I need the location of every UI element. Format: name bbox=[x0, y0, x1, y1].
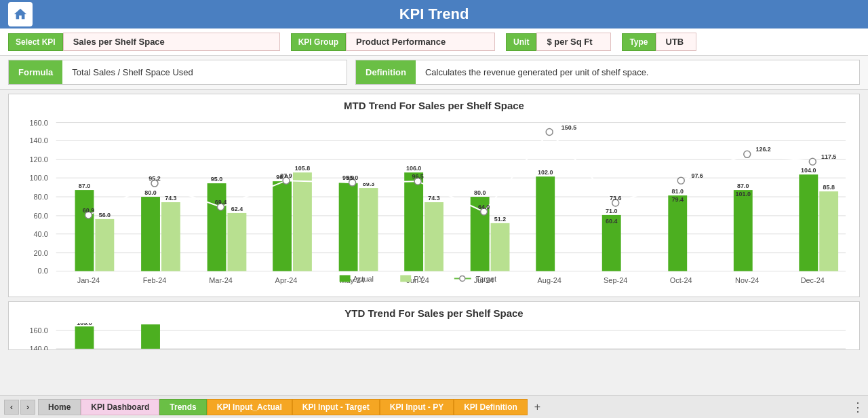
target-dot-dec bbox=[809, 158, 816, 165]
target-dot-aug bbox=[546, 129, 553, 136]
label-py-jan: 56.0 bbox=[99, 212, 111, 218]
label-py-feb: 74.3 bbox=[165, 195, 176, 202]
target-line bbox=[88, 132, 812, 215]
bar-actual-nov bbox=[734, 190, 753, 271]
target-label-feb: 95.2 bbox=[149, 175, 160, 182]
legend-py-text: PY bbox=[414, 275, 424, 283]
bottom-tabs: ‹ › Home KPI Dashboard Trends KPI Input_… bbox=[0, 395, 868, 418]
x-label-feb: Feb-24 bbox=[143, 276, 167, 284]
ytd-chart-container: YTD Trend For Sales per Shelf Space 140.… bbox=[8, 301, 860, 350]
bar-actual-apr bbox=[273, 181, 292, 271]
type-value[interactable]: UTB bbox=[656, 33, 696, 51]
target-label-apr: 97.9 bbox=[280, 172, 292, 179]
unit-value[interactable]: $ per Sq Ft bbox=[536, 33, 611, 51]
label-actual-jan: 87.0 bbox=[79, 183, 90, 189]
ytd-label-jul: 127.3 bbox=[476, 323, 491, 324]
select-kpi-value[interactable]: Sales per Shelf Space bbox=[63, 33, 280, 51]
y-label-40: 40.0 bbox=[33, 230, 47, 238]
y-label-80: 80.0 bbox=[33, 193, 47, 201]
tab-trends[interactable]: Trends bbox=[159, 399, 206, 415]
y-label-60: 60.0 bbox=[33, 212, 47, 220]
label-actual-aug: 102.0 bbox=[538, 169, 553, 176]
target-label-jul: 64.0 bbox=[478, 204, 490, 210]
ytd-y-160: 160.0 bbox=[29, 326, 47, 335]
tab-kpi-input-py[interactable]: KPI Input - PY bbox=[380, 399, 454, 415]
bar-py-dec bbox=[819, 191, 838, 271]
tab-kpi-input-target[interactable]: KPI Input - Target bbox=[292, 399, 380, 415]
label-actual-oct: 81.0 bbox=[672, 188, 684, 195]
home-icon bbox=[13, 7, 28, 22]
target-label-aug: 150.5 bbox=[561, 124, 576, 131]
home-button[interactable] bbox=[8, 2, 33, 26]
page-title: KPI Trend bbox=[399, 5, 469, 23]
bar-actual-feb bbox=[141, 197, 160, 271]
kpi-group-label: KPI Group bbox=[291, 33, 346, 51]
target-dot-nov bbox=[744, 151, 751, 157]
bar-actual-dec bbox=[799, 174, 818, 271]
tab-kpi-dashboard[interactable]: KPI Dashboard bbox=[81, 399, 159, 415]
bar-actual-aug bbox=[536, 176, 555, 271]
bar-actual-jan bbox=[75, 190, 94, 271]
label-actual-dec: 104.0 bbox=[801, 167, 816, 174]
kpi-group-value[interactable]: Product Performance bbox=[346, 33, 495, 51]
tab-menu-button[interactable]: ⋮ bbox=[852, 400, 864, 415]
x-label-apr: Apr-24 bbox=[275, 276, 298, 284]
label-actual-nov2: 101.0 bbox=[736, 191, 751, 197]
target-label-jun: 96.5 bbox=[412, 173, 423, 180]
kpi-selector-group: Select KPI Sales per Shelf Space bbox=[8, 33, 280, 51]
bar-actual-jun bbox=[404, 172, 423, 271]
formula-content: Total Sales / Shelf Space Used bbox=[62, 62, 203, 83]
ytd-bar-feb bbox=[141, 324, 160, 349]
ytd-y-140: 140.0 bbox=[29, 345, 47, 350]
tab-prev-button[interactable]: ‹ bbox=[4, 400, 19, 415]
mtd-chart-container: MTD Trend For Sales per Shelf Space .gri… bbox=[8, 94, 860, 297]
page-header: KPI Trend bbox=[0, 0, 868, 28]
formula-label: Formula bbox=[9, 60, 62, 84]
unit-group: Unit $ per Sq Ft bbox=[506, 33, 611, 51]
kpi-group-group: KPI Group Product Performance bbox=[291, 33, 495, 51]
y-label-0: 0.0 bbox=[38, 267, 48, 275]
label-actual-jul: 80.0 bbox=[474, 189, 486, 196]
label-actual-jun: 106.0 bbox=[406, 165, 421, 172]
tab-home[interactable]: Home bbox=[38, 399, 81, 415]
definition-box: Definition Calculates the revenue genera… bbox=[355, 60, 860, 85]
ytd-chart-svg: 140.0 160.0 105.0 123.9 127.3 150.5 bbox=[16, 323, 852, 350]
legend-py-box bbox=[400, 275, 411, 282]
target-label-oct: 97.6 bbox=[691, 172, 703, 179]
controls-row: Select KPI Sales per Shelf Space KPI Gro… bbox=[0, 28, 868, 56]
x-label-dec: Dec-24 bbox=[801, 276, 825, 284]
y-label-120: 120.0 bbox=[29, 155, 47, 164]
definition-content: Calculates the revenue generated per uni… bbox=[416, 62, 658, 83]
target-label-nov: 126.2 bbox=[755, 146, 770, 153]
tab-kpi-definition[interactable]: KPI Definition bbox=[454, 399, 528, 415]
unit-label: Unit bbox=[506, 33, 536, 51]
label-actual-nov: 87.0 bbox=[737, 183, 749, 189]
bar-py-may bbox=[359, 188, 378, 271]
tab-next-button[interactable]: › bbox=[20, 400, 35, 415]
label-actual-sep2: 60.4 bbox=[606, 218, 617, 225]
bar-py-jan bbox=[95, 219, 114, 271]
target-label-mar: 69.4 bbox=[215, 199, 226, 206]
ytd-chart-title: YTD Trend For Sales per Shelf Space bbox=[16, 307, 852, 319]
tab-kpi-input-actual[interactable]: KPI Input_Actual bbox=[207, 399, 292, 415]
label-py-jun: 74.3 bbox=[428, 195, 439, 202]
definition-label: Definition bbox=[356, 60, 416, 84]
y-label-160: 160.0 bbox=[29, 119, 47, 127]
y-label-20: 20.0 bbox=[33, 249, 47, 257]
y-label-100: 100.0 bbox=[29, 174, 47, 182]
label-actual-sep: 71.0 bbox=[606, 208, 617, 214]
legend-actual-box bbox=[340, 275, 351, 282]
x-label-jan: Jan-24 bbox=[77, 276, 100, 284]
tab-add-button[interactable]: + bbox=[528, 398, 547, 416]
select-kpi-label: Select KPI bbox=[8, 33, 63, 51]
tab-navigation: ‹ › bbox=[4, 400, 35, 415]
legend-target-dot bbox=[460, 276, 465, 281]
mtd-chart-title: MTD Trend For Sales per Shelf Space bbox=[16, 100, 852, 111]
y-label-140: 140.0 bbox=[29, 136, 47, 145]
x-label-oct: Oct-24 bbox=[670, 276, 692, 284]
type-group: Type UTB bbox=[622, 33, 696, 51]
label-actual-feb: 80.0 bbox=[144, 189, 156, 196]
ytd-bar-jan bbox=[75, 326, 94, 349]
target-label-sep: 73.6 bbox=[610, 195, 621, 202]
x-label-aug: Aug-24 bbox=[538, 276, 561, 284]
